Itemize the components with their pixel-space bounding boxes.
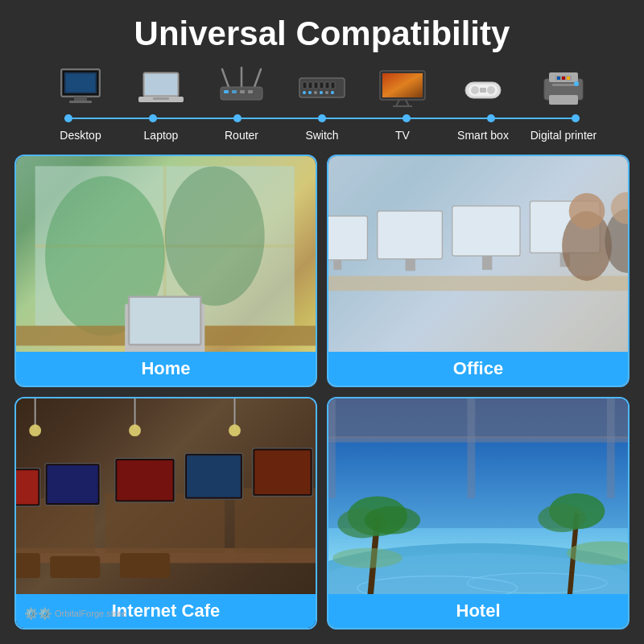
smartbox-icon (457, 66, 509, 109)
svg-point-116 (538, 504, 585, 532)
svg-rect-102 (328, 436, 628, 442)
svg-rect-63 (378, 211, 443, 258)
svg-point-31 (331, 91, 334, 94)
svg-rect-8 (145, 74, 177, 95)
label-printer: Digital printer (523, 129, 604, 142)
watermark-text: OrbitalForge.store (55, 609, 126, 618)
device-desktop (40, 66, 121, 109)
card-home: Home (14, 155, 317, 387)
card-hotel-label-bar: Hotel (328, 594, 628, 628)
svg-rect-20 (303, 82, 307, 89)
device-switch (282, 66, 362, 109)
timeline-dot-4 (318, 114, 326, 122)
svg-rect-88 (16, 470, 38, 504)
svg-point-26 (303, 91, 306, 94)
timeline-dot-2 (149, 114, 157, 122)
svg-rect-105 (607, 398, 615, 498)
router-icon (216, 66, 267, 109)
svg-rect-60 (130, 298, 200, 344)
svg-rect-25 (331, 82, 335, 89)
svg-point-27 (308, 91, 312, 94)
svg-point-77 (29, 424, 41, 436)
main-container: Universal Compatibility (0, 0, 644, 644)
svg-rect-42 (480, 88, 486, 93)
timeline-dot-5 (402, 114, 411, 122)
svg-rect-67 (406, 259, 415, 271)
svg-rect-5 (66, 74, 95, 92)
device-printer (523, 66, 604, 109)
svg-rect-104 (467, 398, 475, 498)
svg-rect-34 (382, 73, 423, 97)
svg-rect-64 (452, 206, 520, 256)
svg-rect-101 (328, 398, 628, 439)
switch-icon (296, 66, 348, 109)
device-laptop (121, 66, 201, 109)
svg-rect-99 (120, 553, 170, 578)
label-router: Router (201, 129, 282, 142)
timeline-dot-3 (233, 114, 242, 122)
svg-point-118 (332, 548, 402, 568)
svg-rect-94 (187, 456, 241, 497)
device-smartbox (443, 66, 523, 109)
svg-rect-3 (69, 101, 92, 103)
environment-grid: Home (14, 155, 630, 630)
label-switch: Switch (282, 129, 362, 142)
watermark-icon: ⚙️⚙️ (24, 607, 52, 620)
svg-rect-15 (224, 90, 229, 93)
svg-rect-90 (47, 465, 98, 503)
svg-rect-66 (333, 260, 341, 270)
card-hotel-label: Hotel (456, 601, 501, 621)
svg-point-29 (320, 91, 323, 94)
label-laptop: Laptop (121, 129, 201, 142)
svg-point-113 (365, 506, 420, 535)
label-tv: TV (362, 129, 443, 142)
svg-point-79 (129, 424, 141, 436)
card-cafe-label: Internet Cafe (112, 601, 220, 621)
tv-icon (377, 66, 428, 109)
svg-rect-46 (552, 84, 575, 86)
svg-rect-24 (325, 82, 329, 89)
svg-rect-23 (320, 82, 324, 89)
svg-rect-51 (567, 76, 570, 80)
svg-line-13 (254, 69, 261, 87)
card-home-label: Home (141, 358, 190, 379)
svg-rect-50 (562, 76, 565, 80)
svg-rect-22 (314, 82, 318, 89)
svg-point-47 (574, 81, 579, 86)
watermark: ⚙️⚙️ OrbitalForge.store (24, 607, 126, 620)
svg-rect-62 (328, 216, 367, 260)
device-labels-row: Desktop Laptop Router Switch TV Smart bo… (32, 129, 612, 142)
timeline-dot-7 (572, 114, 580, 122)
svg-point-30 (325, 91, 328, 94)
svg-rect-16 (232, 90, 237, 93)
svg-point-72 (569, 193, 605, 229)
device-router (201, 66, 282, 109)
page-title: Universal Compatibility (134, 14, 510, 53)
svg-line-35 (396, 100, 399, 106)
timeline-dots (32, 114, 612, 122)
label-desktop: Desktop (40, 129, 121, 142)
svg-line-11 (222, 69, 229, 87)
svg-rect-45 (549, 95, 578, 105)
card-hotel: Hotel (327, 397, 630, 630)
timeline-dot-1 (64, 114, 72, 122)
svg-line-36 (406, 100, 409, 106)
svg-point-41 (487, 86, 495, 94)
svg-rect-97 (16, 553, 40, 578)
card-office-label-bar: Office (328, 352, 628, 386)
svg-rect-18 (248, 90, 253, 93)
timeline-row (32, 113, 612, 124)
svg-rect-21 (308, 82, 312, 89)
svg-point-56 (165, 166, 265, 305)
timeline-dot-6 (487, 114, 495, 122)
svg-rect-85 (235, 489, 316, 554)
svg-rect-10 (153, 97, 169, 100)
svg-rect-68 (482, 256, 492, 270)
card-office-label: Office (453, 358, 503, 379)
laptop-icon (135, 66, 187, 109)
desktop-icon (55, 66, 106, 109)
svg-point-40 (471, 86, 479, 94)
card-office: Office (327, 155, 630, 387)
card-home-label-bar: Home (16, 352, 316, 386)
svg-rect-2 (74, 97, 87, 101)
